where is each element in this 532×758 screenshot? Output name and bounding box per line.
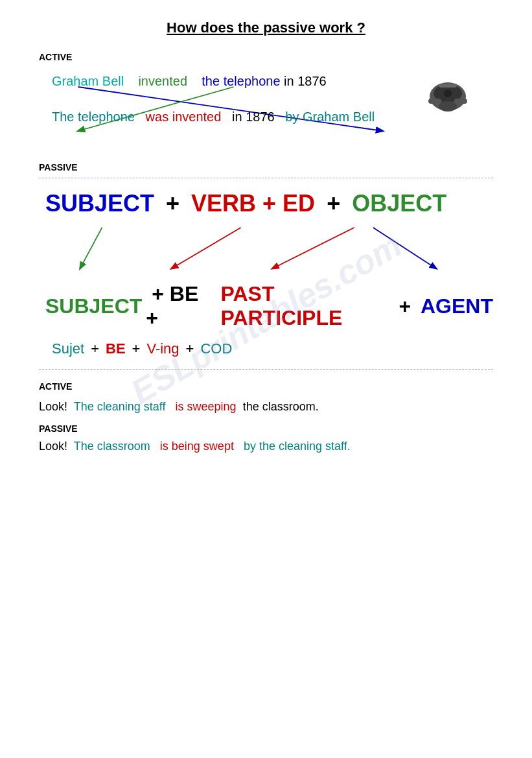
passive-example-subject: The classroom	[74, 440, 150, 453]
svg-rect-4	[428, 99, 441, 104]
secondary-formula: Sujet + BE + V-ing + COD	[52, 340, 493, 357]
telephone-icon	[422, 74, 474, 122]
passive-formula-section: SUBJECT + BE + PAST PARTICIPLE + AGENT	[39, 282, 493, 330]
active-time: in 1876	[284, 74, 327, 88]
active-sentence: Graham Bell invented the telephone in 18…	[52, 74, 327, 89]
active-object: the telephone	[202, 74, 280, 88]
formula-crossing-arrows	[45, 224, 487, 276]
divider-1	[39, 178, 493, 178]
active-label-2: ACTIVE	[39, 381, 493, 392]
formula3-cod: COD	[200, 340, 232, 357]
formula-agent-passive: AGENT	[421, 294, 493, 318]
formula-verb-active: VERB + ED	[191, 190, 315, 217]
formula-verb-passive: PAST PARTICIPLE	[220, 282, 389, 330]
active-subject: Graham Bell	[52, 74, 124, 88]
svg-line-12	[373, 228, 436, 268]
example-section: ACTIVE Look! The cleaning staff is sweep…	[39, 381, 493, 455]
passive-example-verb: is being swept	[160, 440, 234, 453]
formula3-ving: V-ing	[146, 340, 179, 357]
passive-subject: The telephone	[52, 110, 135, 124]
formula-arrows-container	[45, 224, 487, 276]
formula3-sujet: Sujet	[52, 340, 84, 357]
passive-sentence: The telephone was invented in 1876 by Gr…	[52, 110, 375, 124]
passive-label-1: PASSIVE	[39, 162, 493, 172]
passive-example-line: Look! The classroom is being swept by th…	[39, 438, 493, 455]
active-formula-section: SUBJECT + VERB + ED + OBJECT	[39, 190, 493, 217]
active-verb: invented	[138, 74, 187, 88]
passive-formula-row: SUBJECT + BE + PAST PARTICIPLE + AGENT	[45, 282, 493, 330]
active-label-1: ACTIVE	[39, 52, 493, 62]
page-title: How does the passive work ?	[39, 19, 493, 36]
svg-rect-2	[439, 84, 457, 88]
svg-point-3	[439, 101, 457, 112]
svg-rect-5	[454, 99, 467, 104]
formula-subject-active: SUBJECT	[45, 190, 154, 217]
passive-verb: was invented	[146, 110, 222, 124]
formula3-be: BE	[106, 340, 126, 357]
active-example-subject: The cleaning staff	[74, 400, 166, 413]
sentence-diagram-block: Graham Bell invented the telephone in 18…	[39, 67, 493, 152]
svg-line-10	[172, 228, 241, 268]
passive-agent: by Graham Bell	[285, 110, 375, 124]
passive-time: in 1876	[232, 110, 275, 124]
active-example-line: Look! The cleaning staff is sweeping the…	[39, 398, 493, 416]
svg-line-11	[272, 228, 354, 268]
active-example-verb: is sweeping	[176, 400, 237, 413]
svg-line-9	[80, 228, 102, 268]
active-formula-row: SUBJECT + VERB + ED + OBJECT	[45, 190, 493, 217]
divider-2	[39, 369, 493, 370]
passive-example-agent: by the cleaning staff.	[244, 440, 351, 453]
passive-label-2: PASSIVE	[39, 423, 493, 434]
formula-subject-passive: SUBJECT	[45, 294, 142, 318]
svg-point-6	[444, 89, 452, 97]
formula-object-active: OBJECT	[352, 190, 446, 217]
